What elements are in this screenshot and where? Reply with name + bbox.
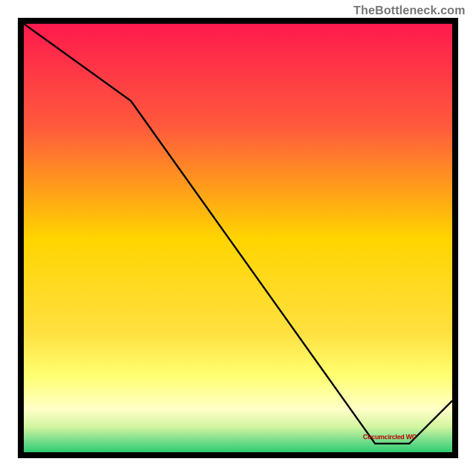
plot-area: Circumcircled WC [18,18,458,458]
gradient-background [24,24,452,452]
chart-container: TheBottleneck.com Circ [0,0,476,476]
annotation-circumcircled-wc: Circumcircled WC [363,433,416,440]
watermark-text: TheBottleneck.com [353,4,465,17]
chart-svg [24,24,452,452]
